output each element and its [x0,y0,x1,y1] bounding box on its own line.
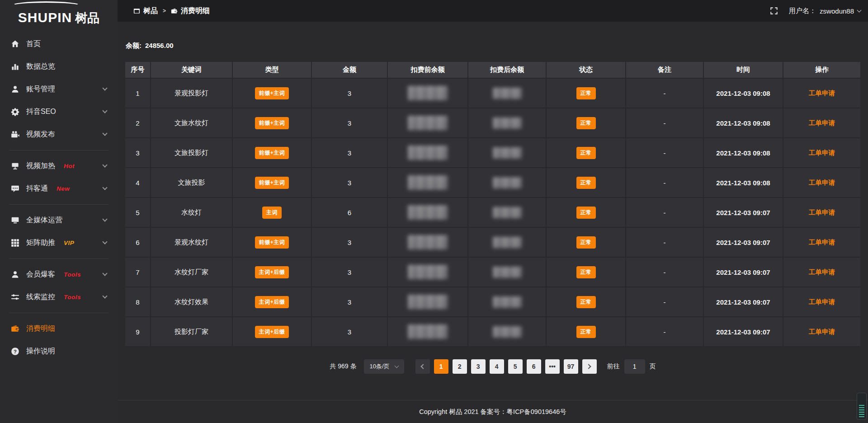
cell-balance-before [388,138,468,168]
ticket-apply-link[interactable]: 工单申请 [809,238,835,247]
ticket-apply-link[interactable]: 工单申请 [809,119,835,127]
more-pages-button[interactable]: ••• [545,359,560,374]
type-badge: 前缀+主词 [255,177,289,189]
type-badge: 前缀+主词 [255,147,289,159]
sidebar-item-video-publish[interactable]: 视频发布 [0,123,118,146]
sidebar-item-operation-guide[interactable]: ? 操作说明 [0,340,118,362]
cell-keyword: 水纹灯厂家 [151,258,233,287]
chevron-down-icon [102,108,107,113]
cell-time: 2021-12-03 09:07 [704,198,783,228]
sidebar-item-label: 消费明细 [26,324,55,334]
cell-keyword: 景观投影灯 [151,79,233,108]
cell-time: 2021-12-03 09:07 [704,228,783,258]
column-header: 扣费后余额 [468,62,547,79]
breadcrumb: 树品>消费明细 [133,6,210,16]
type-badge: 前缀+主词 [255,87,289,99]
chat-widget[interactable] [857,393,867,420]
chevron-down-icon [102,162,107,167]
sidebar-item-video-heating[interactable]: 视频加热 Hot [0,155,118,177]
cell-action: 工单申请 [783,108,860,138]
consumption-table: 序号关键词类型金额扣费前余额扣费后余额状态备注时间操作 1 景观投影灯 前缀+主… [125,62,860,347]
sidebar-item-consumption-detail[interactable]: 消费明细 [0,317,118,340]
sidebar-item-label: 数据总览 [26,62,55,71]
prev-page-button[interactable] [415,359,430,374]
type-badge: 前缀+主词 [255,236,289,249]
goto-label: 前往 [607,362,620,371]
cell-remark: - [626,138,704,168]
breadcrumb-item[interactable]: 树品 [133,6,158,16]
sidebar-item-account-management[interactable]: 账号管理 [0,78,118,100]
column-header: 状态 [547,62,626,79]
cell-status: 正常 [547,228,626,258]
cell-amount: 6 [312,198,388,228]
page-button-2[interactable]: 2 [453,359,467,374]
table-row: 9 投影灯厂家 主词+后缀 3 正常 - 2021-12-03 09:07 工单… [125,317,860,347]
cell-balance-before [388,198,468,228]
sidebar-item-badge: Tools [64,294,81,301]
wallet-icon [10,324,19,333]
sidebar-item-home[interactable]: 首页 [0,33,118,55]
cell-balance-after [468,79,547,108]
sidebar-item-badge: Hot [64,163,75,169]
table-row: 4 文旅投影 前缀+主词 3 正常 - 2021-12-03 09:08 工单申… [125,168,860,198]
page-button-5[interactable]: 5 [508,359,523,374]
chevron-down-icon [102,293,107,298]
cell-remark: - [626,168,704,198]
sidebar-item-data-overview[interactable]: 数据总览 [0,55,118,78]
balance-label: 余额: [126,42,142,50]
redacted-balance-before [408,205,448,220]
cell-keyword: 水纹灯 [151,198,233,228]
menu-divider [9,204,108,205]
cell-balance-after [468,287,547,317]
cell-balance-before [388,317,468,347]
goto-page-input[interactable] [624,359,645,374]
table-header-row: 序号关键词类型金额扣费前余额扣费后余额状态备注时间操作 [125,62,860,79]
status-badge: 正常 [576,326,596,338]
page-button-97[interactable]: 97 [564,359,578,374]
page-button-4[interactable]: 4 [490,359,504,374]
status-badge: 正常 [576,266,596,278]
cell-action: 工单申请 [783,228,860,258]
ticket-apply-link[interactable]: 工单申请 [809,268,835,277]
sidebar-item-douketong[interactable]: 抖客通 New [0,177,118,200]
sidebar-item-all-media-operation[interactable]: 全媒体运营 [0,209,118,231]
cell-balance-after [468,108,547,138]
brand-logo[interactable]: SHUPIN 树品 [0,0,118,28]
sidebar-item-member-promo[interactable]: 会员爆客 Tools [0,263,118,286]
page-size-select[interactable]: 10条/页 [364,359,404,374]
next-page-button[interactable] [582,359,597,374]
cell-keyword: 文旅投影 [151,168,233,198]
sidebar-item-label: 抖客通 [26,184,48,193]
cell-action: 工单申请 [783,258,860,287]
cell-status: 正常 [547,287,626,317]
breadcrumb-item[interactable]: 消费明细 [171,6,210,16]
table-body: 1 景观投影灯 前缀+主词 3 正常 - 2021-12-03 09:08 工单… [125,79,860,347]
cell-balance-after [468,138,547,168]
ticket-apply-link[interactable]: 工单申请 [809,208,835,217]
sidebar-item-douyin-seo[interactable]: 抖音SEO [0,100,118,123]
fullscreen-icon[interactable] [770,7,778,15]
user-menu[interactable]: 用户名：zswodun88 [789,7,861,15]
cell-balance-before [388,287,468,317]
page-button-6[interactable]: 6 [527,359,541,374]
ticket-apply-link[interactable]: 工单申请 [809,89,835,98]
ticket-apply-link[interactable]: 工单申请 [809,328,835,336]
ticket-apply-link[interactable]: 工单申请 [809,149,835,157]
chevron-left-icon [420,364,425,369]
breadcrumb-label: 树品 [143,6,158,16]
page-button-3[interactable]: 3 [471,359,486,374]
sidebar-item-clue-monitor[interactable]: 线索监控 Tools [0,286,118,308]
cell-time: 2021-12-03 09:07 [704,317,783,347]
redacted-balance-before [408,86,448,100]
pagination: 共 969 条 10条/页 123456•••97 前往 页 [125,359,860,374]
ticket-apply-link[interactable]: 工单申请 [809,298,835,306]
sidebar-item-label: 抖音SEO [26,107,56,117]
menu-divider [9,258,108,259]
window-icon [133,8,140,14]
status-badge: 正常 [576,87,596,99]
cell-type: 主词+后缀 [233,317,312,347]
page-button-1[interactable]: 1 [434,359,448,374]
sidebar-item-matrix-boost[interactable]: 矩阵助推 VIP [0,231,118,254]
ticket-apply-link[interactable]: 工单申请 [809,179,835,187]
redacted-balance-after [493,207,522,218]
